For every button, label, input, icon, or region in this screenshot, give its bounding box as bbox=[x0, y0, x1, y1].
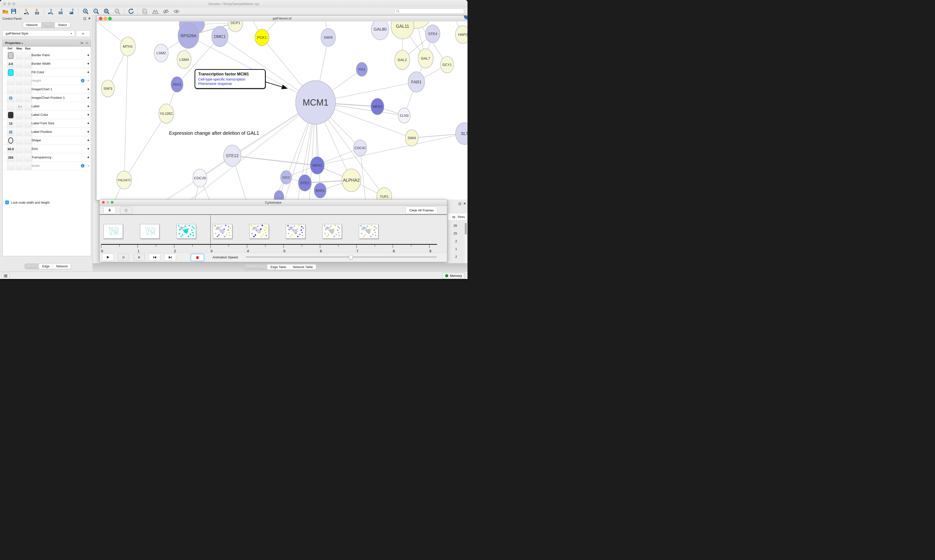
default-value-cell[interactable] bbox=[7, 111, 15, 119]
save-icon[interactable] bbox=[10, 8, 17, 15]
collapse-row-icon[interactable]: ◀ bbox=[87, 148, 89, 150]
tab-select[interactable]: Select bbox=[55, 22, 70, 28]
table-cell[interactable]: 25 bbox=[447, 232, 457, 235]
close-panel-icon[interactable]: ✕ bbox=[88, 17, 91, 20]
task-history-button[interactable] bbox=[2, 273, 9, 279]
export-table-icon[interactable] bbox=[57, 8, 64, 15]
tab-style[interactable]: Style bbox=[41, 22, 55, 28]
collapse-row-icon[interactable]: ◀ bbox=[87, 156, 89, 158]
duplicate-icon[interactable] bbox=[141, 8, 148, 15]
zoom-fit-icon[interactable] bbox=[103, 8, 110, 15]
stop-button[interactable] bbox=[133, 254, 145, 261]
mapping-cell[interactable] bbox=[15, 52, 23, 59]
property-row-fill-color[interactable]: Fill Color◀ bbox=[3, 68, 91, 77]
default-value-cell[interactable]: 50.0 bbox=[7, 145, 15, 153]
export-image-icon[interactable] bbox=[68, 8, 75, 15]
property-row-label-position[interactable]: Label Position◀ bbox=[3, 128, 91, 136]
tab-node[interactable]: Node bbox=[25, 264, 39, 269]
property-row-label-color[interactable]: Label Color◀ bbox=[3, 111, 91, 119]
mapping-cell[interactable] bbox=[15, 60, 23, 68]
property-row-height[interactable]: Heighti◀ bbox=[3, 77, 91, 85]
default-value-cell[interactable] bbox=[7, 128, 15, 136]
search-input[interactable] bbox=[395, 9, 464, 14]
go-to-start-button[interactable] bbox=[149, 254, 160, 261]
collapse-row-icon[interactable]: ◀ bbox=[87, 71, 89, 73]
timeline-playhead[interactable] bbox=[210, 215, 211, 243]
default-value-cell[interactable] bbox=[7, 137, 15, 144]
binoculars-icon[interactable] bbox=[152, 8, 159, 15]
table-column-header[interactable]: ity bbox=[447, 213, 456, 220]
animation-timeline[interactable]: 0123456789Seconds bbox=[100, 215, 447, 252]
default-value-cell[interactable] bbox=[7, 52, 15, 59]
mapping-cell[interactable] bbox=[15, 111, 23, 119]
play-button[interactable] bbox=[102, 254, 114, 261]
mapping-cell[interactable]: ⋮› bbox=[15, 103, 23, 110]
default-value-cell[interactable] bbox=[7, 69, 15, 76]
collapse-row-icon[interactable]: ◀ bbox=[87, 113, 89, 116]
collapse-row-icon[interactable]: ◀ bbox=[87, 96, 89, 99]
tab-edge[interactable]: Edge bbox=[39, 264, 53, 269]
table-cell[interactable]: 1 bbox=[447, 247, 457, 251]
collapse-all-icon[interactable]: ≪ bbox=[85, 41, 88, 45]
info-icon[interactable]: i bbox=[81, 164, 85, 168]
style-selector[interactable]: galFiltered Style▾ bbox=[2, 31, 75, 37]
collapse-row-icon[interactable]: ◀ bbox=[87, 131, 89, 133]
zoom-out-icon[interactable] bbox=[93, 8, 100, 15]
pause-button[interactable] bbox=[117, 254, 129, 261]
mapping-cell[interactable] bbox=[15, 69, 23, 76]
info-icon[interactable]: i bbox=[81, 79, 85, 83]
bypass-cell[interactable] bbox=[24, 120, 32, 127]
lock-node-size-checkbox[interactable]: ✓ Lock node width and height bbox=[5, 200, 49, 205]
mapping-cell[interactable] bbox=[15, 145, 23, 153]
record-button[interactable] bbox=[191, 254, 204, 261]
tab-network-table[interactable]: Network Table bbox=[290, 265, 316, 269]
collapse-row-icon[interactable]: ◀ bbox=[87, 165, 89, 167]
table-column-header[interactable]: Stres bbox=[456, 213, 468, 220]
import-network-icon[interactable] bbox=[23, 8, 30, 15]
bypass-cell[interactable] bbox=[24, 154, 32, 161]
default-value-cell[interactable] bbox=[7, 162, 15, 170]
bypass-cell[interactable] bbox=[24, 103, 32, 110]
default-value-cell[interactable]: 255 bbox=[7, 154, 15, 161]
network-canvas[interactable]: GAL11RPS28ADMC1DCP1PCK1SWI5GAL80STE4HAP2… bbox=[96, 22, 468, 200]
default-value-cell[interactable] bbox=[7, 77, 15, 85]
tab-edge-table[interactable]: Edge Table bbox=[267, 265, 290, 269]
style-options-button[interactable]: ▼ bbox=[76, 31, 90, 37]
frame-thumbnail-3[interactable] bbox=[213, 224, 232, 238]
bypass-cell[interactable] bbox=[24, 94, 32, 102]
show-eye-icon[interactable] bbox=[173, 8, 180, 15]
export-network-icon[interactable] bbox=[47, 8, 54, 15]
table-cell[interactable]: 2 bbox=[447, 239, 457, 243]
properties-header[interactable]: Properties ▾ ≫ ≪ bbox=[3, 40, 91, 47]
mapping-cell[interactable] bbox=[15, 137, 23, 144]
frame-thumbnail-0[interactable] bbox=[103, 224, 123, 238]
property-row-width[interactable]: Widthi◀ bbox=[3, 162, 91, 170]
property-row-image-chart-position-1[interactable]: Image/Chart Position 1◀ bbox=[3, 94, 91, 102]
default-value-cell[interactable] bbox=[7, 94, 15, 102]
table-cell[interactable]: 2 bbox=[447, 255, 457, 258]
default-value-cell[interactable] bbox=[7, 86, 15, 93]
delete-frame-button[interactable] bbox=[120, 206, 132, 214]
mapping-cell[interactable] bbox=[15, 154, 23, 161]
mapping-cell[interactable] bbox=[15, 77, 23, 85]
table-cell[interactable]: 26 bbox=[447, 224, 457, 228]
tab-node-table[interactable]: Node Table bbox=[245, 265, 267, 269]
mapping-cell[interactable] bbox=[15, 162, 23, 170]
property-row-shape[interactable]: Shape◀ bbox=[3, 136, 91, 145]
zoom-selected-icon[interactable] bbox=[114, 8, 121, 15]
animation-speed-slider[interactable] bbox=[246, 256, 437, 258]
frame-thumbnail-6[interactable] bbox=[322, 224, 342, 238]
bypass-cell[interactable] bbox=[24, 145, 32, 153]
bypass-cell[interactable] bbox=[24, 162, 32, 170]
annotation-link[interactable]: Cell-type-specific transcription bbox=[198, 77, 262, 81]
default-value-cell[interactable]: 2.0 bbox=[7, 60, 15, 68]
collapse-row-icon[interactable]: ◀ bbox=[87, 88, 89, 90]
mapping-cell[interactable] bbox=[15, 120, 23, 127]
float-panel-icon[interactable]: ▢ bbox=[458, 202, 461, 205]
collapse-row-icon[interactable]: ◀ bbox=[87, 105, 89, 107]
property-row-label[interactable]: ⋮›Label◀ bbox=[3, 102, 91, 111]
bypass-cell[interactable] bbox=[24, 86, 32, 93]
float-panel-icon[interactable]: ▢ bbox=[83, 17, 86, 20]
bypass-cell[interactable] bbox=[24, 77, 32, 85]
property-row-size[interactable]: 50.0Size◀ bbox=[3, 145, 91, 153]
